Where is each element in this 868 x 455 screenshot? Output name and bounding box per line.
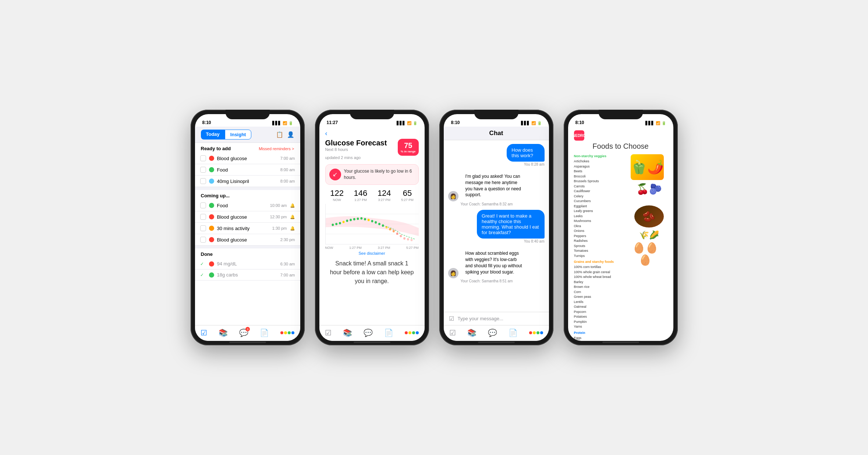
tab-today[interactable]: Today [201, 130, 225, 140]
nav2-library-icon[interactable]: 📚 [343, 328, 352, 337]
task-blood-glucose-1[interactable]: Blood glucose 7:00 am [195, 153, 300, 164]
eggs-image: 🥚🥚🥚 [631, 243, 660, 265]
svg-point-23 [403, 237, 405, 240]
p3-bottom-nav: ☑ 📚 💬 📄 [444, 325, 549, 341]
dot-green-1 [209, 167, 214, 172]
num-label-0: NOW [330, 198, 344, 202]
section-gap-1 [195, 187, 300, 190]
num-label-2: 3:27 PM [378, 198, 391, 202]
num-3: 65 5:27 PM [401, 188, 414, 202]
chat-input[interactable]: Type your message... [458, 316, 544, 321]
bubble-right-1: How does this work? [507, 144, 544, 162]
task-label-2: Food [217, 167, 277, 173]
checkbox-3[interactable] [200, 178, 206, 184]
time-4: 8:10 [575, 120, 584, 125]
missed-reminders-link[interactable]: Missed reminders > [259, 147, 294, 151]
nav2-today-icon[interactable]: ☑ [325, 328, 332, 337]
checkbox-2[interactable] [200, 167, 206, 173]
checkbox-5[interactable] [200, 214, 206, 220]
p2-bottom-nav: ☑ 📚 💬 📄 [319, 325, 425, 341]
nav3-notes-icon[interactable]: 📄 [509, 328, 518, 337]
task-bg-coming-2[interactable]: Blood glucose 2:30 pm [195, 234, 300, 246]
chat-check-icon[interactable]: ☑ [449, 315, 454, 322]
nav-today-icon[interactable]: ☑ [201, 328, 207, 337]
task-done-2[interactable]: ✓ 18g carbs 7:00 am [195, 269, 300, 281]
status-icons-2: ▋▋▋ 📶 🔋 [397, 121, 417, 125]
phone-foods: 8:10 ▋▋▋ 📶 🔋 ONE DROP Foods to Choose [564, 110, 678, 345]
p4-logo: ONE DROP [568, 127, 673, 142]
coach-avatar-1: 👩 [448, 191, 458, 201]
svg-point-6 [342, 221, 344, 223]
num-2: 124 3:27 PM [378, 188, 391, 202]
task-time-6: 1:30 pm [272, 226, 287, 230]
section-done-header: Done [195, 248, 300, 258]
nav-notes-icon[interactable]: 📄 [260, 328, 269, 337]
snack-text: Snack time! A small snack 1 hour before … [325, 259, 419, 286]
p2-header: ‹ [319, 127, 425, 139]
signal-icon-1: ▋▋▋ [272, 121, 281, 125]
home-indicator-2 [354, 342, 390, 343]
num-val-1: 146 [354, 188, 368, 198]
p1-scroll: Ready to add Missed reminders > Blood gl… [195, 143, 300, 325]
nav3-today-icon[interactable]: ☑ [449, 328, 456, 337]
category-grains: Grains and starchy foods 100% corn torti… [574, 260, 628, 329]
section-ready-title: Ready to add [201, 146, 231, 151]
p2-main: Glucose Forecast Next 8 hours updated 2 … [319, 139, 425, 325]
p1-tabs[interactable]: Today Insight [201, 130, 252, 140]
nav-chat-icon[interactable]: 💬3 [239, 328, 248, 337]
today-screen: Today Insight 📋 👤 Ready to add Missed re… [195, 127, 300, 341]
glucose-updated: updated 2 mins ago [325, 155, 387, 160]
task-label-6: 30 mins activity [217, 226, 269, 231]
msg-4: 👩 How about scrambled eggs with veggies?… [448, 247, 545, 278]
profile-icon[interactable]: 👤 [287, 131, 294, 138]
nav-library-icon[interactable]: 📚 [219, 328, 228, 337]
nav3-library-icon[interactable]: 📚 [467, 328, 476, 337]
svg-point-9 [353, 218, 355, 221]
bubble-right-2: Great! I want to make a healthy choice t… [477, 210, 544, 239]
battery-icon-4: 🔋 [662, 121, 666, 125]
svg-point-4 [335, 223, 337, 225]
glucose-screen: ‹ Glucose Forecast Next 8 hours updated … [319, 127, 425, 341]
nav2-notes-icon[interactable]: 📄 [384, 328, 393, 337]
wifi-icon-1: 📶 [283, 121, 287, 125]
logo-line2: DROP [578, 134, 588, 138]
svg-point-5 [339, 222, 341, 225]
checkbox-6[interactable] [200, 225, 206, 231]
num-val-0: 122 [330, 188, 344, 198]
svg-point-25 [410, 239, 412, 241]
task-bg-coming[interactable]: Blood glucose 12:30 pm 🔔 [195, 211, 300, 223]
nav-dots[interactable] [280, 331, 294, 334]
notification-icon[interactable]: 📋 [276, 131, 283, 138]
signal-icon-2: ▋▋▋ [397, 121, 405, 125]
battery-icon-2: 🔋 [413, 121, 417, 125]
task-time-5: 12:30 pm [270, 215, 287, 219]
badge-label: % in range [401, 150, 415, 154]
bubble-left-2: How about scrambled eggs with veggies? I… [461, 247, 530, 278]
nav2-chat-icon[interactable]: 💬 [364, 328, 373, 337]
time-1: 8:10 [202, 120, 211, 125]
task-food-1[interactable]: Food 8:00 am [195, 164, 300, 176]
phone-today: 8:10 ▋▋▋ 📶 🔋 Today Insight 📋 👤 [191, 110, 305, 345]
msg-2: 👩 I'm glad you asked! You can message me… [448, 170, 545, 201]
tab-insight[interactable]: Insight [225, 130, 252, 140]
alert-down-icon: ↙ [329, 169, 341, 180]
nav2-dots[interactable] [405, 331, 419, 334]
task-lisinopril[interactable]: 40mg Lisinopril 8:00 am [195, 176, 300, 187]
svg-point-11 [360, 217, 362, 220]
chat-input-area[interactable]: ☑ Type your message... [444, 312, 549, 325]
foods-right: 🫑🌶️ 🍒🫐 🫘 🌾� [631, 154, 667, 341]
nav3-dots[interactable] [529, 331, 543, 334]
checkbox-7[interactable] [200, 237, 206, 243]
glucose-title: Glucose Forecast [325, 139, 387, 147]
p2-disclaimer[interactable]: See disclaimer [325, 251, 419, 255]
coach-avatar-2: 👩 [448, 268, 458, 278]
meta-1: You 8:28 am [524, 162, 545, 166]
badge-value: 75 [401, 141, 415, 150]
checkbox-1[interactable] [200, 155, 206, 161]
back-button[interactable]: ‹ [325, 130, 327, 137]
task-done-1[interactable]: ✓ 94 mg/dL 6:30 am [195, 258, 300, 269]
nav3-chat-icon[interactable]: 💬 [488, 328, 497, 337]
task-food-coming[interactable]: Food 10:00 am 🔔 [195, 200, 300, 211]
task-activity-coming[interactable]: 30 mins activity 1:30 pm 🔔 [195, 223, 300, 234]
checkbox-4[interactable] [200, 202, 206, 208]
